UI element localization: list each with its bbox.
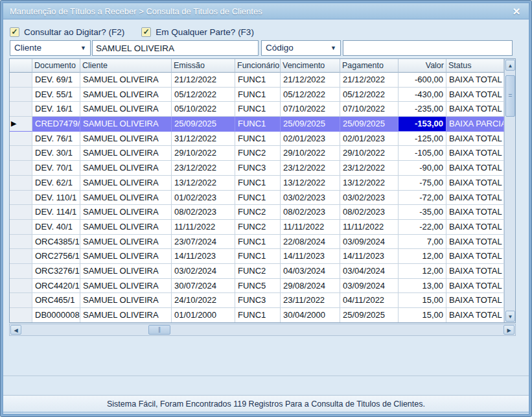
table-row[interactable]: ORC2756/1SAMUEL OLIVEIRA14/11/2023FUNC11… xyxy=(10,249,504,264)
column-header[interactable]: Cliente xyxy=(80,59,172,73)
cell-cliente: SAMUEL OLIVEIRA xyxy=(80,308,172,322)
vertical-scroll-thumb[interactable]: = xyxy=(505,75,515,117)
table-row[interactable]: DB0000008SAMUEL OLIVEIRA01/01/2000FUNC13… xyxy=(10,308,504,322)
vertical-scrollbar[interactable]: ▲ = ▼ xyxy=(504,59,515,322)
table-row[interactable]: ORC3276/1SAMUEL OLIVEIRA03/02/2024FUNC20… xyxy=(10,264,504,279)
cell-documento: DEV. 16/1 xyxy=(32,102,80,117)
checkbox-checked-icon[interactable]: ✓ xyxy=(141,27,151,37)
table-row[interactable]: DEV. 110/1SAMUEL OLIVEIRA01/02/2023FUNC1… xyxy=(10,191,504,206)
cell-vencimento: 25/09/2025 xyxy=(281,117,340,132)
cell-documento: ORC2756/1 xyxy=(32,249,80,264)
table-row[interactable]: DEV. 30/1SAMUEL OLIVEIRA29/10/2022FUNC22… xyxy=(10,146,504,161)
cell-status: BAIXA TOTAL xyxy=(446,161,504,176)
table-row[interactable]: DEV. 62/1SAMUEL OLIVEIRA13/12/2022FUNC11… xyxy=(10,176,504,191)
cell-cliente: SAMUEL OLIVEIRA xyxy=(80,249,172,264)
cell-emissao: 11/11/2022 xyxy=(172,220,235,235)
cell-cliente: SAMUEL OLIVEIRA xyxy=(80,146,172,161)
row-gutter xyxy=(10,205,32,220)
cell-funcionario: FUNC1 xyxy=(235,235,281,250)
table-row[interactable]: DEV. 69/1SAMUEL OLIVEIRA21/12/2022FUNC12… xyxy=(10,73,504,88)
table-row[interactable]: ORC4420/1SAMUEL OLIVEIRA30/07/2024FUNC52… xyxy=(10,279,504,294)
cell-funcionario: FUNC2 xyxy=(235,205,281,220)
cell-status: BAIXA TOTAL xyxy=(446,279,504,294)
chevron-down-icon: ▼ xyxy=(330,41,336,55)
checkbox-checked-icon[interactable]: ✓ xyxy=(10,27,19,37)
cell-valor: 12,00 xyxy=(399,264,446,279)
column-header[interactable]: Documento xyxy=(32,59,80,73)
cell-valor: -90,00 xyxy=(399,161,446,176)
cell-funcionario: FUNC1 xyxy=(235,249,281,264)
cell-cliente: SAMUEL OLIVEIRA xyxy=(80,132,172,147)
column-header[interactable]: Pagamento xyxy=(340,59,399,73)
cell-status: BAIXA TOTAL xyxy=(446,88,504,102)
table-row[interactable]: ▶CRED7479/1SAMUEL OLIVEIRA25/09/2025FUNC… xyxy=(10,117,504,132)
scroll-right-icon[interactable]: ▶ xyxy=(503,325,515,335)
cell-emissao: 14/11/2023 xyxy=(172,249,235,264)
cell-vencimento: 03/02/2023 xyxy=(281,191,340,206)
close-icon[interactable]: ✕ xyxy=(509,3,524,19)
column-header[interactable]: Status xyxy=(446,59,504,73)
table-row[interactable]: DEV. 70/1SAMUEL OLIVEIRA23/12/2022FUNC32… xyxy=(10,161,504,176)
cell-vencimento: 22/08/2024 xyxy=(281,235,340,250)
cell-pagamento: 14/11/2023 xyxy=(340,249,399,264)
table-row[interactable]: DEV. 76/1SAMUEL OLIVEIRA31/12/2022FUNC10… xyxy=(10,132,504,147)
checkbox-label: Em Qualquer Parte? (F3) xyxy=(156,27,254,37)
status-bar: Sistema Fácil, Foram Encontrados 119 Reg… xyxy=(3,395,529,412)
column-header[interactable]: Funcionário xyxy=(235,59,281,73)
cell-emissao: 24/10/2022 xyxy=(172,293,235,308)
filter-row: Cliente ▼ Código ▼ xyxy=(1,40,531,56)
cell-funcionario: FUNC2 xyxy=(235,220,281,235)
column-header[interactable]: Emissão xyxy=(172,59,235,73)
cell-pagamento: 05/12/2022 xyxy=(340,88,399,102)
column-header[interactable]: Valor xyxy=(399,59,446,73)
cell-documento: DEV. 114/1 xyxy=(32,205,80,220)
cell-status: BAIXA TOTAL xyxy=(446,220,504,235)
row-gutter xyxy=(10,308,32,322)
checkbox-em-qualquer-parte[interactable]: ✓ Em Qualquer Parte? (F3) xyxy=(141,25,254,38)
field-selector-cliente[interactable]: Cliente ▼ xyxy=(10,40,91,56)
scroll-up-icon[interactable]: ▲ xyxy=(505,60,515,71)
cell-status: BAIXA TOTAL xyxy=(446,146,504,161)
row-gutter xyxy=(10,293,32,308)
table-row[interactable]: ORC465/1SAMUEL OLIVEIRA24/10/2022FUNC323… xyxy=(10,293,504,308)
table-row[interactable]: ORC4385/1SAMUEL OLIVEIRA23/07/2024FUNC12… xyxy=(10,235,504,250)
field-selector-value: Cliente xyxy=(14,43,41,53)
cell-emissao: 25/09/2025 xyxy=(172,117,235,132)
cell-documento: DB0000008 xyxy=(32,308,80,322)
search-input-codigo[interactable] xyxy=(343,40,513,56)
table-row[interactable]: DEV. 55/1SAMUEL OLIVEIRA05/12/2022FUNC10… xyxy=(10,88,504,102)
cell-pagamento: 23/12/2022 xyxy=(340,161,399,176)
scroll-left-icon[interactable]: ◀ xyxy=(10,325,21,335)
cell-cliente: SAMUEL OLIVEIRA xyxy=(80,88,172,102)
cell-funcionario: FUNC1 xyxy=(235,308,281,322)
cell-cliente: SAMUEL OLIVEIRA xyxy=(80,191,172,206)
table-row[interactable]: DEV. 16/1SAMUEL OLIVEIRA05/10/2022FUNC10… xyxy=(10,102,504,117)
search-input-cliente[interactable] xyxy=(92,40,259,56)
field-selector-codigo[interactable]: Código ▼ xyxy=(261,40,341,56)
cell-pagamento: 02/01/2023 xyxy=(340,132,399,147)
scroll-down-icon[interactable]: ▼ xyxy=(505,311,515,322)
titlebar: Manutenção de Títulos a Receber > Consul… xyxy=(3,3,529,19)
cell-valor: -600,00 xyxy=(399,73,446,88)
cell-vencimento: 30/04/2000 xyxy=(281,308,340,322)
column-header[interactable] xyxy=(10,59,32,73)
row-gutter xyxy=(10,102,32,117)
status-text: Sistema Fácil, Foram Encontrados 119 Reg… xyxy=(107,399,425,409)
cell-pagamento: 04/11/2022 xyxy=(340,293,399,308)
cell-vencimento: 04/03/2024 xyxy=(281,264,340,279)
checkbox-consultar-ao-digitar[interactable]: ✓ Consultar ao Digitar? (F2) xyxy=(10,25,124,38)
horizontal-scroll-thumb[interactable]: ∥ xyxy=(148,325,170,335)
checkbox-label: Consultar ao Digitar? (F2) xyxy=(24,27,124,37)
column-header[interactable]: Vencimento xyxy=(281,59,340,73)
cell-cliente: SAMUEL OLIVEIRA xyxy=(80,117,172,132)
table-row[interactable]: DEV. 40/1SAMUEL OLIVEIRA11/11/2022FUNC21… xyxy=(10,220,504,235)
cell-status: BAIXA TOTAL xyxy=(446,176,504,191)
horizontal-scrollbar[interactable]: ◀ ∥ ▶ xyxy=(9,324,516,336)
cell-documento: ORC4420/1 xyxy=(32,279,80,294)
cell-valor: -75,00 xyxy=(399,176,446,191)
cell-emissao: 29/10/2022 xyxy=(172,146,235,161)
table-row[interactable]: DEV. 114/1SAMUEL OLIVEIRA08/02/2023FUNC2… xyxy=(10,205,504,220)
cell-status: BAIXA TOTAL xyxy=(446,293,504,308)
grid-header-row: DocumentoClienteEmissãoFuncionárioVencim… xyxy=(10,59,504,73)
cell-documento: ORC3276/1 xyxy=(32,264,80,279)
